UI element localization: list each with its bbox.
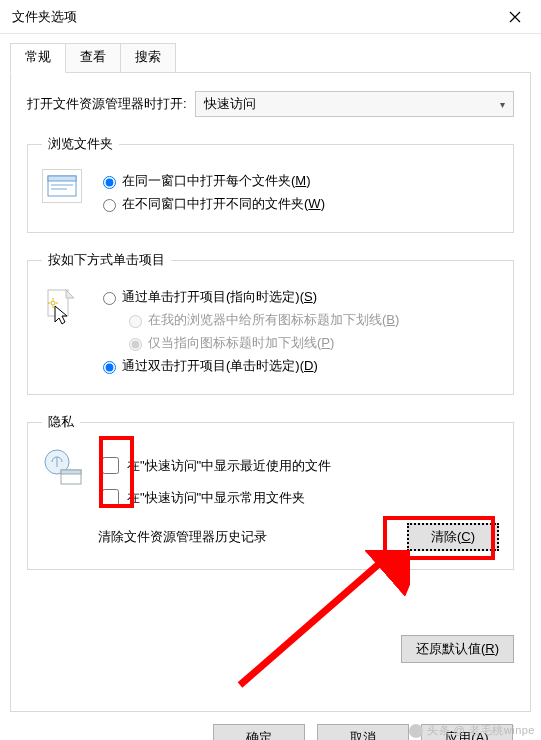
svg-rect-1 [48, 176, 76, 181]
radio-single-click[interactable]: 通过单击打开项目(指向时选定)(S) [98, 288, 499, 306]
close-icon [509, 11, 521, 23]
watermark: 头条 @老毛桃winpe [409, 723, 535, 738]
radio-new-window[interactable]: 在不同窗口中打开不同的文件夹(W) [98, 195, 499, 213]
check-frequent-folders[interactable]: 在"快速访问"中显示常用文件夹 [98, 486, 499, 509]
group-click-legend: 按如下方式单击项目 [42, 251, 171, 269]
group-privacy-legend: 隐私 [42, 413, 80, 431]
group-click: 按如下方式单击项目 通过单击打开项目(指向时选定)(S) 在我的浏览器中给所有图… [27, 251, 514, 395]
tab-search[interactable]: 搜索 [120, 43, 176, 73]
check-frequent-folders-input[interactable] [102, 489, 119, 506]
svg-rect-13 [61, 470, 81, 474]
radio-underline-hover: 仅当指向图标标题时加下划线(P) [124, 334, 499, 352]
cancel-button[interactable]: 取消 [317, 724, 409, 740]
radio-single-click-input[interactable] [103, 292, 116, 305]
clear-button[interactable]: 清除(C) [407, 523, 499, 551]
privacy-icon [42, 447, 84, 489]
tab-general[interactable]: 常规 [10, 43, 66, 73]
tab-view[interactable]: 查看 [65, 43, 121, 73]
titlebar: 文件夹选项 [0, 0, 541, 34]
radio-underline-all-input [129, 315, 142, 328]
cursor-icon [42, 285, 80, 329]
ok-button[interactable]: 确定 [213, 724, 305, 740]
folder-window-icon [42, 169, 82, 203]
group-browse-legend: 浏览文件夹 [42, 135, 119, 153]
check-recent-files[interactable]: 在"快速访问"中显示最近使用的文件 [98, 454, 499, 477]
tab-panel-general: 打开文件资源管理器时打开: 快速访问 ▾ 浏览文件夹 在同一窗口中打开每个文件夹… [10, 72, 531, 712]
window-title: 文件夹选项 [12, 8, 77, 26]
check-recent-files-input[interactable] [102, 457, 119, 474]
restore-defaults-button[interactable]: 还原默认值(R) [401, 635, 514, 663]
clear-history-label: 清除文件资源管理器历史记录 [98, 528, 267, 546]
tab-strip: 常规 查看 搜索 [10, 42, 531, 72]
chevron-down-icon: ▾ [500, 99, 505, 110]
open-explorer-label: 打开文件资源管理器时打开: [27, 95, 187, 113]
radio-double-click[interactable]: 通过双击打开项目(单击时选定)(D) [98, 357, 499, 375]
svg-rect-2 [51, 184, 73, 186]
radio-underline-all: 在我的浏览器中给所有图标标题加下划线(B) [124, 311, 499, 329]
group-privacy: 隐私 在"快速访问"中显示最近使用的文件 在"快速访问"中显示常用文件夹 [27, 413, 514, 570]
watermark-avatar-icon [409, 724, 423, 738]
radio-same-window-input[interactable] [103, 176, 116, 189]
svg-rect-3 [51, 188, 67, 190]
radio-new-window-input[interactable] [103, 199, 116, 212]
close-button[interactable] [495, 3, 535, 31]
radio-double-click-input[interactable] [103, 361, 116, 374]
group-browse: 浏览文件夹 在同一窗口中打开每个文件夹(M) 在不同窗口中打开不同的文件夹(W) [27, 135, 514, 233]
open-explorer-select[interactable]: 快速访问 ▾ [195, 91, 514, 117]
open-explorer-value: 快速访问 [204, 95, 256, 113]
radio-same-window[interactable]: 在同一窗口中打开每个文件夹(M) [98, 172, 499, 190]
radio-underline-hover-input [129, 338, 142, 351]
